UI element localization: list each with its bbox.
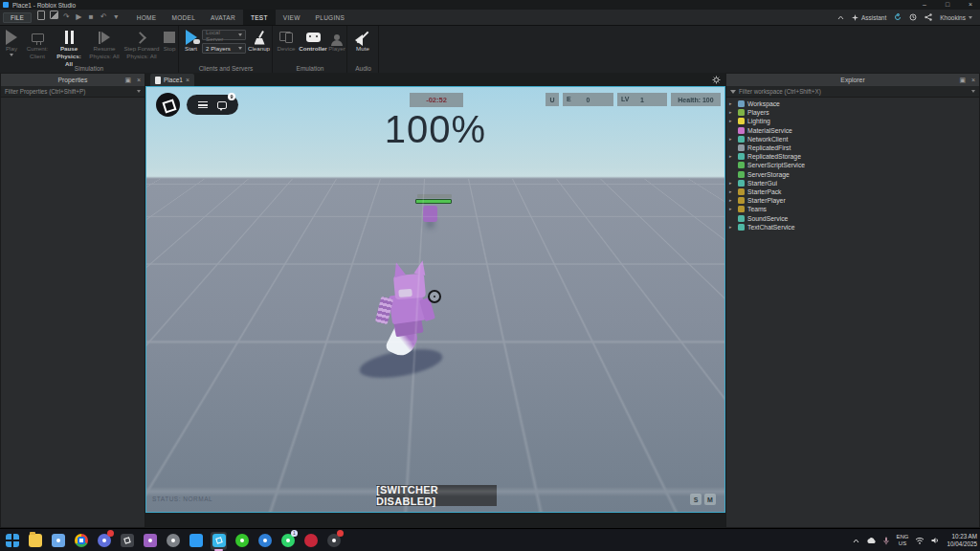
- close-panel-icon[interactable]: ×: [137, 74, 141, 86]
- undo-icon[interactable]: ↶: [99, 11, 109, 24]
- device-button[interactable]: Device: [274, 26, 299, 53]
- pin-panel-icon[interactable]: ▣: [959, 74, 966, 86]
- redo-icon[interactable]: ↷: [61, 11, 72, 24]
- collapse-ribbon-icon[interactable]: [837, 15, 844, 20]
- chevron-right-icon[interactable]: [729, 152, 735, 161]
- explorer-item-networkclient[interactable]: NetworkClient: [726, 135, 979, 143]
- explorer-item-startergui[interactable]: StarterGui: [726, 179, 979, 187]
- resume-physics-button[interactable]: Resume Physics: All: [86, 26, 122, 60]
- cleanup-button[interactable]: Cleanup: [246, 26, 272, 53]
- opera-button[interactable]: [302, 532, 319, 550]
- maximize-button[interactable]: □: [938, 0, 957, 10]
- play-button[interactable]: Play: [0, 26, 23, 56]
- explorer-item-workspace[interactable]: Workspace: [726, 99, 979, 108]
- server-type-dropdown[interactable]: Local Server: [202, 30, 246, 40]
- explorer-item-textchatservice[interactable]: TextChatService: [726, 223, 979, 231]
- explorer-item-starterpack[interactable]: StarterPack: [726, 187, 979, 196]
- stop-quick-icon[interactable]: ■: [86, 11, 97, 24]
- explorer-filter-input[interactable]: Filter workspace (Ctrl+Shift+X): [726, 86, 979, 98]
- wifi-icon[interactable]: [915, 537, 924, 544]
- vscode-button[interactable]: [188, 532, 204, 550]
- tab-test[interactable]: TEST: [243, 10, 276, 25]
- onedrive-cloud-icon[interactable]: [866, 538, 877, 544]
- tab-close-icon[interactable]: ×: [186, 77, 189, 83]
- language-indicator[interactable]: ENG US: [896, 534, 908, 548]
- explorer-item-starterplayer[interactable]: StarterPlayer: [726, 196, 979, 205]
- file-menu-button[interactable]: FILE: [3, 12, 32, 23]
- stop-button[interactable]: Stop: [161, 26, 178, 53]
- controller-button[interactable]: Controller: [299, 26, 327, 53]
- tray-chevron-up-icon[interactable]: [853, 539, 859, 543]
- explorer-item-serverstorage[interactable]: ServerStorage: [726, 170, 979, 179]
- explorer-item-players[interactable]: Players: [726, 108, 979, 117]
- tab-avatar[interactable]: AVATAR: [203, 10, 243, 25]
- customize-caret-icon[interactable]: ▾: [111, 11, 122, 24]
- share-icon[interactable]: [924, 13, 932, 21]
- chevron-right-icon[interactable]: [729, 205, 735, 213]
- hamburger-menu-icon[interactable]: [198, 101, 208, 108]
- chevron-right-icon[interactable]: [729, 117, 735, 125]
- photos-button[interactable]: [50, 532, 66, 550]
- chevron-right-icon[interactable]: [729, 108, 735, 117]
- whatsapp-button[interactable]: 1: [279, 532, 296, 550]
- start-button[interactable]: [4, 532, 20, 550]
- pin-panel-icon[interactable]: ▣: [124, 74, 131, 86]
- explorer-item-soundservice[interactable]: SoundService: [726, 213, 979, 222]
- explorer-item-lighting[interactable]: Lighting: [726, 117, 979, 125]
- assistant-button[interactable]: Assistant: [852, 14, 886, 21]
- explorer-item-serverscriptservice[interactable]: ServerScriptService: [726, 161, 979, 169]
- close-button[interactable]: ×: [961, 0, 980, 10]
- open-file-icon[interactable]: [49, 11, 59, 24]
- new-file-icon[interactable]: [36, 11, 47, 25]
- minimize-button[interactable]: –: [915, 0, 934, 10]
- players-count-dropdown[interactable]: 2 Players: [202, 43, 246, 54]
- account-menu[interactable]: Khookins: [940, 14, 972, 21]
- opera-gx-button[interactable]: [325, 532, 342, 550]
- tab-home[interactable]: HOME: [129, 10, 165, 25]
- start-button[interactable]: Start: [180, 26, 202, 53]
- microphone-icon[interactable]: [883, 537, 889, 545]
- player-button[interactable]: Player: [327, 26, 346, 53]
- roblox-player-button[interactable]: [119, 532, 135, 550]
- tab-model[interactable]: MODEL: [164, 10, 203, 25]
- game-viewport[interactable]: 9 -02:52 U E 0 LV 1 Health: 100 100%: [145, 86, 725, 513]
- taskbar-clock[interactable]: 10:23 AM 10/04/2025: [947, 533, 977, 548]
- tab-view[interactable]: VIEW: [276, 10, 308, 25]
- chrome-button[interactable]: [73, 532, 89, 550]
- discord-button[interactable]: [96, 532, 112, 550]
- chevron-right-icon[interactable]: [729, 99, 735, 108]
- small-mode-button[interactable]: S: [690, 494, 702, 505]
- play-quick-icon[interactable]: ▶: [74, 11, 84, 24]
- speaker-icon[interactable]: [931, 537, 940, 544]
- roblox-studio-button[interactable]: [211, 532, 227, 550]
- explorer-item-teams[interactable]: Teams: [726, 205, 979, 213]
- close-panel-icon[interactable]: ×: [971, 74, 975, 86]
- step-forward-button[interactable]: Step Forward Physics: All: [122, 26, 161, 60]
- line-button[interactable]: [234, 532, 250, 550]
- properties-filter-input[interactable]: Filter Properties (Ctrl+Shift+P): [1, 86, 145, 98]
- current-client-button[interactable]: Current: Client: [23, 26, 52, 60]
- chevron-right-icon[interactable]: [729, 196, 735, 205]
- verified-app-button[interactable]: [256, 532, 273, 550]
- explorer-item-materialservice[interactable]: MaterialService: [726, 126, 979, 135]
- viewport-settings-gear-icon[interactable]: [712, 76, 721, 84]
- file-explorer-button[interactable]: [27, 532, 43, 550]
- explorer-item-replicatedstorage[interactable]: ReplicatedStorage: [726, 152, 979, 161]
- pause-physics-button[interactable]: Pause Physics: All: [52, 26, 86, 67]
- place1-tab[interactable]: Place1 ×: [150, 74, 194, 86]
- history-icon[interactable]: [909, 13, 917, 21]
- chevron-right-icon[interactable]: [729, 179, 735, 187]
- chevron-right-icon[interactable]: [729, 223, 735, 231]
- properties-header[interactable]: Properties ▣ ×: [1, 74, 145, 86]
- chevron-right-icon[interactable]: [729, 135, 735, 143]
- tray-time: 10:23 AM: [947, 533, 977, 540]
- sync-icon[interactable]: [894, 13, 902, 21]
- explorer-header[interactable]: Explorer ▣ ×: [726, 74, 979, 86]
- explorer-item-replicatedfirst[interactable]: ReplicatedFirst: [726, 143, 979, 152]
- chevron-right-icon[interactable]: [729, 187, 735, 196]
- visual-studio-button[interactable]: [142, 532, 158, 550]
- tab-plugins[interactable]: PLUGINS: [308, 10, 353, 25]
- medium-mode-button[interactable]: M: [704, 494, 716, 505]
- game-hub-button[interactable]: [165, 532, 181, 550]
- mute-button[interactable]: Mute: [348, 26, 377, 53]
